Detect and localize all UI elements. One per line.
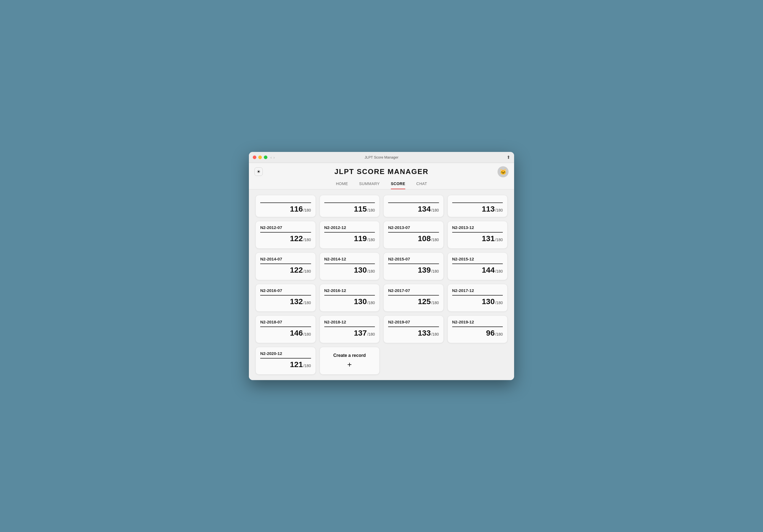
score-row: 108 /180 xyxy=(388,232,439,243)
partial-card-1[interactable]: 116 /180 xyxy=(256,195,316,217)
score-denom: /180 xyxy=(495,332,503,336)
card-label: N2-2019-07 xyxy=(388,320,439,324)
app-window: ‹ › JLPT Score Manager ⬆ ☀ JLPT SCORE MA… xyxy=(249,152,514,380)
score-row: 137 /180 xyxy=(324,327,375,338)
score-card-n2-2012-07[interactable]: N2-2012-07 122 /180 xyxy=(256,221,316,249)
plus-icon: + xyxy=(347,360,352,369)
score-card-n2-2017-12[interactable]: N2-2017-12 130 /180 xyxy=(448,284,508,312)
score-row: 119 /180 xyxy=(324,232,375,243)
theme-toggle-button[interactable]: ☀ xyxy=(255,167,263,176)
score-denom: /180 xyxy=(303,332,311,336)
score-value: 133 xyxy=(418,329,431,338)
card-label: N2-2013-12 xyxy=(452,225,503,230)
card-label: N2-2012-07 xyxy=(260,225,311,230)
score-card-n2-2014-12[interactable]: N2-2014-12 130 /180 xyxy=(320,253,380,280)
card-label: N2-2014-12 xyxy=(324,257,375,261)
partial-card-4[interactable]: 113 /180 xyxy=(448,195,508,217)
score-denom: /180 xyxy=(431,269,439,273)
score-value: 139 xyxy=(418,266,431,274)
score-card-n2-2018-12[interactable]: N2-2018-12 137 /180 xyxy=(320,315,380,343)
score-denom: /180 xyxy=(303,208,311,212)
tab-home[interactable]: HOME xyxy=(336,180,348,189)
tab-score[interactable]: SCORE xyxy=(391,180,405,189)
score-row: 121 /180 xyxy=(260,358,311,369)
score-denom: /180 xyxy=(495,269,503,273)
nav-controls: ‹ › xyxy=(271,155,274,160)
score-denom: /180 xyxy=(431,332,439,336)
score-value: 122 xyxy=(290,266,303,274)
score-row: 130 /180 xyxy=(452,295,503,306)
score-row: 125 /180 xyxy=(388,295,439,306)
app-header: ☀ JLPT SCORE MANAGER 🐱 HOME SUMMARY SCOR… xyxy=(249,163,514,189)
score-card-n2-2013-12[interactable]: N2-2013-12 131 /180 xyxy=(448,221,508,249)
card-label: N2-2014-07 xyxy=(260,257,311,261)
score-denom: /180 xyxy=(431,208,439,212)
score-denom: /180 xyxy=(303,238,311,242)
score-row: 139 /180 xyxy=(388,264,439,274)
minimize-button[interactable] xyxy=(258,156,262,159)
score-card-n2-2020-12[interactable]: N2-2020-12 121 /180 xyxy=(256,347,316,374)
score-card-n2-2016-07[interactable]: N2-2016-07 132 /180 xyxy=(256,284,316,312)
score-row: 115 /180 xyxy=(324,202,375,214)
score-value: 144 xyxy=(482,266,495,274)
card-label: N2-2015-07 xyxy=(388,257,439,261)
card-label: N2-2013-07 xyxy=(388,225,439,230)
avatar[interactable]: 🐱 xyxy=(497,166,508,177)
tab-chat[interactable]: CHAT xyxy=(416,180,427,189)
score-value: 137 xyxy=(354,329,367,338)
partial-card-3[interactable]: 134 /180 xyxy=(383,195,444,217)
create-label: Create a record xyxy=(333,353,366,358)
create-record-card[interactable]: Create a record + xyxy=(320,347,380,374)
card-label: N2-2017-07 xyxy=(388,288,439,293)
score-card-n2-2014-07[interactable]: N2-2014-07 122 /180 xyxy=(256,253,316,280)
score-value: 96 xyxy=(486,329,495,338)
score-card-n2-2013-07[interactable]: N2-2013-07 108 /180 xyxy=(383,221,444,249)
score-row: 130 /180 xyxy=(324,264,375,274)
sun-icon: ☀ xyxy=(257,169,261,174)
score-row: 133 /180 xyxy=(388,327,439,338)
partial-card-2[interactable]: 115 /180 xyxy=(320,195,380,217)
score-value: 131 xyxy=(482,234,495,243)
score-card-n2-2016-12[interactable]: N2-2016-12 130 /180 xyxy=(320,284,380,312)
score-card-n2-2019-07[interactable]: N2-2019-07 133 /180 xyxy=(383,315,444,343)
score-card-n2-2015-12[interactable]: N2-2015-12 144 /180 xyxy=(448,253,508,280)
score-value: 130 xyxy=(354,266,367,274)
share-button[interactable]: ⬆ xyxy=(507,155,510,160)
score-row: 144 /180 xyxy=(452,264,503,274)
forward-button[interactable]: › xyxy=(273,155,275,160)
score-card-n2-2018-07[interactable]: N2-2018-07 146 /180 xyxy=(256,315,316,343)
score-value: 146 xyxy=(290,329,303,338)
card-label: N2-2017-12 xyxy=(452,288,503,293)
score-row: 122 /180 xyxy=(260,232,311,243)
score-row: 116 /180 xyxy=(260,202,311,214)
score-value: 108 xyxy=(418,234,431,243)
score-denom: /180 xyxy=(303,300,311,305)
score-value: 125 xyxy=(418,297,431,306)
card-label: N2-2015-12 xyxy=(452,257,503,261)
card-label: N2-2016-12 xyxy=(324,288,375,293)
score-denom: /180 xyxy=(368,332,375,336)
score-denom: /180 xyxy=(431,238,439,242)
score-denom: /180 xyxy=(303,269,311,273)
maximize-button[interactable] xyxy=(264,156,268,159)
score-value: 134 xyxy=(418,205,431,214)
content-area: 116 /180 115 /180 134 /180 113 /18 xyxy=(249,189,514,380)
card-label: N2-2016-07 xyxy=(260,288,311,293)
score-card-n2-2012-12[interactable]: N2-2012-12 119 /180 xyxy=(320,221,380,249)
titlebar: ‹ › JLPT Score Manager ⬆ xyxy=(249,152,514,163)
score-card-n2-2019-12[interactable]: N2-2019-12 96 /180 xyxy=(448,315,508,343)
score-value: 115 xyxy=(354,205,367,214)
score-card-n2-2017-07[interactable]: N2-2017-07 125 /180 xyxy=(383,284,444,312)
app-title: JLPT SCORE MANAGER xyxy=(335,167,429,176)
score-value: 113 xyxy=(482,205,495,214)
score-row: 146 /180 xyxy=(260,327,311,338)
window-title: JLPT Score Manager xyxy=(365,155,399,160)
score-value: 119 xyxy=(354,234,367,243)
app-header-top: ☀ JLPT SCORE MANAGER 🐱 xyxy=(255,167,508,176)
back-button[interactable]: ‹ xyxy=(271,155,272,160)
score-denom: /180 xyxy=(368,269,375,273)
score-card-n2-2015-07[interactable]: N2-2015-07 139 /180 xyxy=(383,253,444,280)
score-denom: /180 xyxy=(431,300,439,305)
tab-summary[interactable]: SUMMARY xyxy=(359,180,380,189)
close-button[interactable] xyxy=(253,156,256,159)
